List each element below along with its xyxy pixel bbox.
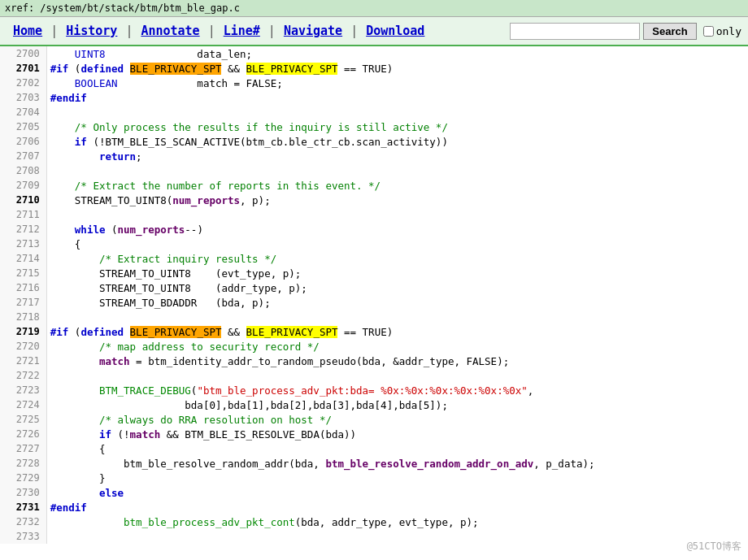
- table-row: 2728 btm_ble_resolve_random_addr(bda, bt…: [0, 456, 748, 471]
- line-number[interactable]: 2731: [0, 500, 46, 514]
- nav-annotate[interactable]: Annotate: [134, 20, 206, 41]
- code-line: if (!BTM_BLE_IS_SCAN_ACTIVE(btm_cb.ble_c…: [46, 134, 748, 149]
- line-number[interactable]: 2722: [0, 368, 46, 383]
- table-row: 2710 STREAM_TO_UINT8(num_reports, p);: [0, 193, 748, 207]
- line-number[interactable]: 2733: [0, 529, 46, 544]
- table-row: 2719 #if (defined BLE_PRIVACY_SPT && BLE…: [0, 324, 748, 339]
- table-row: 2708: [0, 163, 748, 178]
- table-row: 2714 /* Extract inquiry results */: [0, 251, 748, 266]
- table-row: 2727 {: [0, 441, 748, 456]
- line-number[interactable]: 2723: [0, 383, 46, 397]
- line-number[interactable]: 2712: [0, 222, 46, 237]
- table-row: 2723 BTM_TRACE_DEBUG("btm_ble_process_ad…: [0, 383, 748, 397]
- code-line: [46, 207, 748, 222]
- line-number[interactable]: 2704: [0, 105, 46, 119]
- code-line: [46, 310, 748, 324]
- table-row: 2709 /* Extract the number of reports in…: [0, 178, 748, 193]
- code-line: {: [46, 441, 748, 456]
- table-row: 2705 /* Only process the results if the …: [0, 119, 748, 134]
- table-row: 2715 STREAM_TO_UINT8 (evt_type, p);: [0, 266, 748, 280]
- table-row: 2721 match = btm_identity_addr_to_random…: [0, 354, 748, 368]
- line-number[interactable]: 2725: [0, 412, 46, 427]
- line-number[interactable]: 2710: [0, 193, 46, 207]
- code-line: [46, 163, 748, 178]
- code-line: /* Extract inquiry results */: [46, 251, 748, 266]
- search-input[interactable]: [510, 23, 640, 40]
- code-line: }: [46, 471, 748, 485]
- code-line: BOOLEAN match = FALSE;: [46, 76, 748, 90]
- line-number[interactable]: 2702: [0, 76, 46, 90]
- line-number[interactable]: 2709: [0, 178, 46, 193]
- line-number[interactable]: 2700: [0, 46, 46, 61]
- line-number[interactable]: 2706: [0, 134, 46, 149]
- line-number[interactable]: 2707: [0, 149, 46, 163]
- table-row: 2722: [0, 368, 748, 383]
- line-number[interactable]: 2715: [0, 266, 46, 280]
- table-row: 2726 if (!match && BTM_BLE_IS_RESOLVE_BD…: [0, 427, 748, 441]
- line-number[interactable]: 2711: [0, 207, 46, 222]
- line-number[interactable]: 2720: [0, 339, 46, 354]
- nav-lineno[interactable]: Line#: [217, 20, 267, 41]
- code-line: /* map address to security record */: [46, 339, 748, 354]
- file-path: xref: /system/bt/stack/btm/btm_ble_gap.c: [5, 2, 240, 14]
- line-number[interactable]: 2703: [0, 90, 46, 105]
- table-row: 2701 #if (defined BLE_PRIVACY_SPT && BLE…: [0, 61, 748, 76]
- code-line: return;: [46, 149, 748, 163]
- code-line: if (!match && BTM_BLE_IS_RESOLVE_BDA(bda…: [46, 427, 748, 441]
- line-number[interactable]: 2728: [0, 456, 46, 471]
- line-number[interactable]: 2727: [0, 441, 46, 456]
- line-number[interactable]: 2721: [0, 354, 46, 368]
- code-line: /* Only process the results if the inqui…: [46, 119, 748, 134]
- code-line: BTM_TRACE_DEBUG("btm_ble_process_adv_pkt…: [46, 383, 748, 397]
- code-line: STREAM_TO_UINT8(num_reports, p);: [46, 193, 748, 207]
- line-number[interactable]: 2724: [0, 397, 46, 412]
- line-number[interactable]: 2718: [0, 310, 46, 324]
- table-row: 2706 if (!BTM_BLE_IS_SCAN_ACTIVE(btm_cb.…: [0, 134, 748, 149]
- table-row: 2733: [0, 529, 748, 544]
- nav-download[interactable]: Download: [359, 20, 431, 41]
- table-row: 2724 bda[0],bda[1],bda[2],bda[3],bda[4],…: [0, 397, 748, 412]
- table-row: 2717 STREAM_TO_BDADDR (bda, p);: [0, 295, 748, 310]
- code-line: STREAM_TO_UINT8 (evt_type, p);: [46, 266, 748, 280]
- line-number[interactable]: 2726: [0, 427, 46, 441]
- line-number[interactable]: 2701: [0, 61, 46, 76]
- code-line: #endif: [46, 90, 748, 105]
- line-number[interactable]: 2716: [0, 280, 46, 295]
- table-row: 2703 #endif: [0, 90, 748, 105]
- code-line: #if (defined BLE_PRIVACY_SPT && BLE_PRIV…: [46, 61, 748, 76]
- line-number[interactable]: 2717: [0, 295, 46, 310]
- only-checkbox[interactable]: [703, 26, 714, 37]
- only-label[interactable]: only: [703, 25, 741, 37]
- line-number[interactable]: 2713: [0, 237, 46, 251]
- line-number[interactable]: 2719: [0, 324, 46, 339]
- table-row: 2716 STREAM_TO_UINT8 (addr_type, p);: [0, 280, 748, 295]
- search-button[interactable]: Search: [643, 23, 696, 40]
- code-line: match = btm_identity_addr_to_random_pseu…: [46, 354, 748, 368]
- code-line: [46, 105, 748, 119]
- line-number[interactable]: 2714: [0, 251, 46, 266]
- table-row: 2730 else: [0, 485, 748, 500]
- code-line: /* Extract the number of reports in this…: [46, 178, 748, 193]
- nav-home[interactable]: Home: [7, 20, 49, 41]
- line-number[interactable]: 2732: [0, 514, 46, 529]
- line-number[interactable]: 2730: [0, 485, 46, 500]
- table-row: 2704: [0, 105, 748, 119]
- code-line: /* always do RRA resolution on host */: [46, 412, 748, 427]
- nav-bar: Home | History | Annotate | Line# | Navi…: [0, 17, 748, 46]
- table-row: 2718: [0, 310, 748, 324]
- table-row: 2700 UINT8 data_len;: [0, 46, 748, 61]
- line-number[interactable]: 2708: [0, 163, 46, 178]
- code-line: bda[0],bda[1],bda[2],bda[3],bda[4],bda[5…: [46, 397, 748, 412]
- nav-navigate[interactable]: Navigate: [277, 20, 349, 41]
- watermark: @51CTO博客: [687, 540, 741, 544]
- line-number[interactable]: 2705: [0, 119, 46, 134]
- table-row: 2702 BOOLEAN match = FALSE;: [0, 76, 748, 90]
- search-area: Search only: [510, 23, 741, 40]
- nav-history[interactable]: History: [59, 20, 124, 41]
- line-number[interactable]: 2729: [0, 471, 46, 485]
- table-row: 2732 btm_ble_process_adv_pkt_cont(bda, a…: [0, 514, 748, 529]
- code-table: 2700 UINT8 data_len; 2701 #if (defined B…: [0, 46, 748, 544]
- code-line: {: [46, 237, 748, 251]
- code-line: STREAM_TO_UINT8 (addr_type, p);: [46, 280, 748, 295]
- code-line: while (num_reports--): [46, 222, 748, 237]
